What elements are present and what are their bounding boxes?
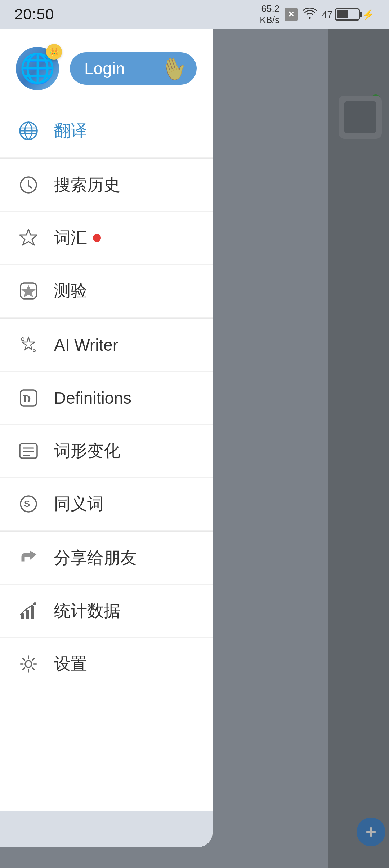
settings-icon [16,651,41,677]
svg-rect-16 [26,610,29,619]
battery-percent: 47 [322,9,332,20]
status-time: 20:50 [14,6,54,23]
vocabulary-notification-dot [93,234,101,242]
menu-list: 翻译 搜索历史 词汇 [0,105,213,811]
menu-label-vocabulary: 词汇 [54,227,101,249]
svg-rect-17 [31,606,34,619]
menu-label-stats: 统计数据 [54,600,120,622]
avatar-container: 🌐 👑 [16,47,59,90]
menu-item-search-history[interactable]: 搜索历史 [0,159,213,212]
svg-point-5 [21,338,24,341]
menu-item-settings[interactable]: 设置 [0,638,213,690]
translate-icon [16,118,41,143]
battery-container: 47 ⚡ [322,8,375,21]
login-arrow-icon: 🤚 [161,56,186,81]
menu-item-synonyms[interactable]: S 同义词 [0,478,213,531]
menu-item-definitions[interactable]: D Definitions [0,372,213,425]
status-right-icons: 65.2KB/s ✕ 47 ⚡ [260,3,375,26]
svg-point-19 [25,661,32,667]
menu-label-definitions: Definitions [54,388,131,408]
menu-label-translate: 翻译 [54,120,87,142]
svg-text:S: S [24,499,30,509]
svg-marker-2 [20,229,37,245]
svg-point-18 [33,602,36,605]
network-speed: 65.2KB/s [260,3,280,26]
wifi-icon [303,7,317,22]
menu-label-share: 分享给朋友 [54,547,137,569]
synonyms-icon: S [16,491,41,517]
definitions-icon: D [16,385,41,411]
svg-rect-9 [20,444,37,458]
menu-item-translate[interactable]: 翻译 [0,105,213,158]
signal-icon: ✕ [285,8,298,21]
svg-marker-4 [21,285,36,297]
crown-badge: 👑 [46,44,62,60]
word-forms-icon [16,438,41,464]
menu-item-quiz[interactable]: 测验 [0,265,213,318]
menu-label-settings: 设置 [54,653,87,675]
quiz-icon [16,278,41,304]
vocabulary-icon [16,225,41,251]
svg-point-6 [33,350,35,352]
menu-label-ai-writer: AI Writer [54,335,118,355]
svg-text:D: D [23,393,31,404]
menu-label-search-history: 搜索历史 [54,174,120,196]
menu-item-vocabulary[interactable]: 词汇 [0,212,213,265]
drawer-header: 🌐 👑 Login 🤚 [0,29,213,105]
charging-icon: ⚡ [362,9,375,21]
menu-item-share[interactable]: 分享给朋友 [0,532,213,585]
menu-label-quiz: 测验 [54,280,87,302]
menu-item-ai-writer[interactable]: AI Writer [0,319,213,372]
login-button[interactable]: Login 🤚 [70,52,197,85]
drawer-bottom [0,811,213,847]
login-text: Login [84,59,125,78]
stats-icon [16,598,41,624]
history-icon [16,172,41,198]
menu-item-word-forms[interactable]: 词形变化 [0,425,213,478]
ai-writer-icon [16,332,41,358]
battery-icon [335,8,360,21]
menu-label-word-forms: 词形变化 [54,440,120,462]
status-bar: 20:50 65.2KB/s ✕ 47 ⚡ [0,0,389,29]
menu-item-stats[interactable]: 统计数据 [0,585,213,638]
share-icon [16,545,41,571]
menu-label-synonyms: 同义词 [54,493,104,515]
navigation-drawer: 🌐 👑 Login 🤚 翻译 [0,29,213,847]
